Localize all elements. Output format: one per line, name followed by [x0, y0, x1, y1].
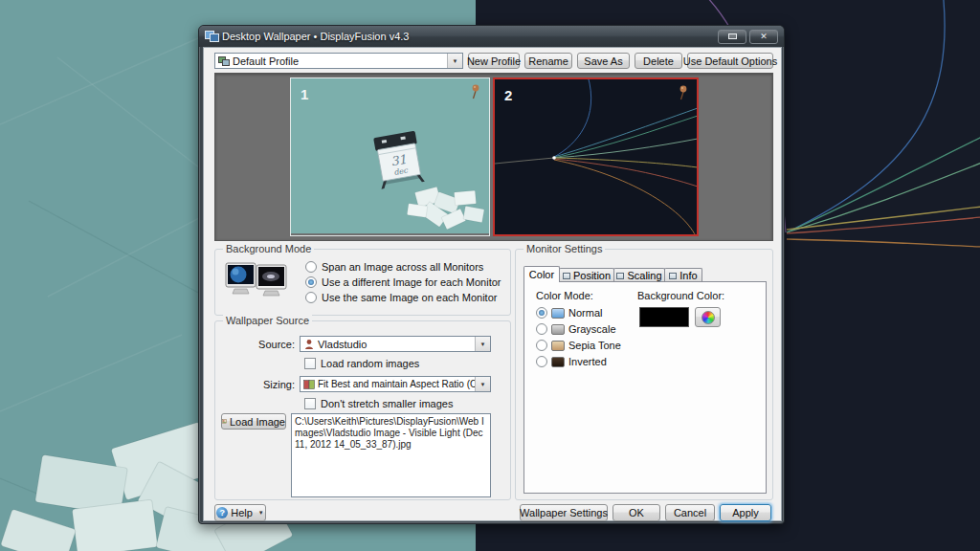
- radio-checked[interactable]: [305, 276, 317, 288]
- window-title: Desktop Wallpaper • DisplayFusion v4.3: [222, 31, 409, 42]
- inverted-label: Inverted: [568, 356, 607, 367]
- image-path-textbox[interactable]: C:\Users\Keith\Pictures\DisplayFusion\We…: [291, 413, 491, 497]
- footer-buttons: Wallpaper Settings OK Cancel Apply: [520, 504, 771, 521]
- sepia-mode-icon: [551, 341, 565, 351]
- sizing-mode-icon: [303, 379, 315, 390]
- sepia-label: Sepia Tone: [568, 340, 621, 351]
- scaling-tab-icon: [616, 273, 624, 279]
- dual-monitors-icon: [225, 261, 288, 305]
- monitor-2-preview[interactable]: 2: [493, 77, 699, 236]
- tab-info-label: Info: [679, 270, 697, 281]
- image-icon: [222, 416, 227, 427]
- color-mode-label: Color Mode:: [536, 290, 593, 301]
- chevron-down-icon[interactable]: ▼: [475, 337, 490, 351]
- close-button[interactable]: ✕: [749, 30, 778, 44]
- span-image-option[interactable]: Span an Image across all Monitors: [305, 261, 483, 273]
- wallpaper-source-groupbox: Wallpaper Source Source: Vladstudio ▼ Lo…: [214, 320, 511, 500]
- radio-unchecked[interactable]: [305, 261, 317, 273]
- window-icon: [728, 33, 737, 39]
- radio-unchecked[interactable]: [536, 340, 547, 351]
- profile-icon: [218, 55, 230, 67]
- load-random-images-option[interactable]: Load random images: [304, 358, 419, 369]
- displayfusion-app-icon: [205, 31, 217, 42]
- color-mode-sepia-option[interactable]: Sepia Tone: [536, 340, 621, 351]
- new-profile-button[interactable]: New Profile: [468, 53, 520, 69]
- delete-button[interactable]: Delete: [635, 53, 682, 69]
- checkbox-unchecked[interactable]: [304, 358, 316, 369]
- monitor-settings-title: Monitor Settings: [523, 243, 605, 254]
- tab-scaling[interactable]: Scaling: [613, 268, 665, 282]
- rename-button[interactable]: Rename: [524, 53, 572, 69]
- chevron-down-icon[interactable]: ▼: [447, 54, 462, 68]
- tab-scaling-label: Scaling: [627, 270, 661, 281]
- wallpaper-source-title: Wallpaper Source: [223, 315, 312, 326]
- same-image-option[interactable]: Use the same Image on each Monitor: [305, 292, 497, 303]
- normal-label: Normal: [568, 307, 602, 319]
- source-combobox[interactable]: Vladstudio ▼: [300, 336, 491, 352]
- radio-checked[interactable]: [536, 307, 547, 319]
- desktop: Desktop Wallpaper • DisplayFusion v4.3 ✕…: [0, 0, 980, 551]
- monitor-1-preview[interactable]: 31 dec 1: [290, 77, 490, 236]
- load-image-button[interactable]: Load Image: [221, 413, 286, 430]
- profile-combobox[interactable]: Default Profile ▼: [214, 53, 463, 69]
- info-tab-icon: [669, 273, 677, 279]
- different-image-label: Use a different Image for each Monitor: [322, 276, 501, 288]
- save-as-button[interactable]: Save As: [577, 53, 630, 69]
- titlebar[interactable]: Desktop Wallpaper • DisplayFusion v4.3 ✕: [199, 26, 784, 47]
- load-image-label: Load Image: [230, 416, 285, 428]
- ok-button[interactable]: OK: [612, 504, 660, 521]
- displayfusion-dialog: Desktop Wallpaper • DisplayFusion v4.3 ✕…: [198, 25, 785, 524]
- sizing-value: Fit Best and maintain Aspect Ratio (Clip…: [315, 379, 475, 389]
- inverted-mode-icon: [551, 357, 565, 367]
- dont-stretch-option[interactable]: Don't stretch smaller images: [304, 398, 453, 409]
- monitor-1-number: 1: [301, 86, 308, 102]
- source-value: Vladstudio: [315, 339, 475, 350]
- cancel-button[interactable]: Cancel: [665, 504, 715, 521]
- background-color-swatch[interactable]: [639, 307, 689, 327]
- checkbox-unchecked[interactable]: [304, 398, 316, 409]
- background-color-label: Background Color:: [637, 290, 724, 301]
- light-focus-dot: [552, 156, 556, 160]
- position-tab-icon: [563, 273, 570, 279]
- wallpaper-settings-button[interactable]: Wallpaper Settings: [520, 504, 608, 521]
- help-button[interactable]: ? Help ▼: [214, 504, 266, 521]
- use-default-options-button[interactable]: Use Default Options: [687, 53, 773, 69]
- monitor-settings-groupbox: Monitor Settings Color Position Scaling: [515, 249, 773, 500]
- sizing-label: Sizing:: [242, 379, 295, 390]
- radio-unchecked[interactable]: [305, 292, 317, 303]
- span-image-label: Span an Image across all Monitors: [322, 261, 483, 273]
- color-tab-panel: Color Mode: Normal Grayscale S: [523, 281, 767, 494]
- radio-unchecked[interactable]: [536, 356, 547, 367]
- chevron-down-icon: ▼: [258, 510, 264, 516]
- grayscale-label: Grayscale: [568, 323, 616, 335]
- color-picker-button[interactable]: [695, 307, 721, 327]
- profile-bar: Default Profile ▼ New Profile Rename Sav…: [214, 53, 773, 69]
- color-mode-normal-option[interactable]: Normal: [536, 307, 602, 319]
- radio-unchecked[interactable]: [536, 323, 547, 335]
- close-icon: ✕: [760, 32, 768, 41]
- sizing-combobox[interactable]: Fit Best and maintain Aspect Ratio (Clip…: [300, 376, 491, 392]
- tab-position[interactable]: Position: [559, 268, 614, 282]
- tab-color[interactable]: Color: [523, 266, 560, 282]
- titlebar-window-button[interactable]: [718, 30, 746, 44]
- monitor-2-number: 2: [504, 87, 512, 103]
- tab-info[interactable]: Info: [664, 268, 702, 282]
- tab-color-label: Color: [529, 269, 554, 280]
- profile-combobox-value: Default Profile: [230, 55, 447, 67]
- normal-mode-icon: [551, 308, 565, 319]
- background-mode-groupbox: Background Mode Span an Image across all…: [214, 249, 511, 316]
- apply-button[interactable]: Apply: [720, 504, 771, 521]
- grayscale-mode-icon: [551, 324, 565, 335]
- background-mode-title: Background Mode: [223, 243, 314, 254]
- same-image-label: Use the same Image on each Monitor: [322, 292, 497, 303]
- different-image-option[interactable]: Use a different Image for each Monitor: [305, 276, 501, 288]
- chevron-down-icon[interactable]: ▼: [475, 377, 490, 391]
- color-wheel-icon: [702, 311, 715, 324]
- monitor-preview-panel: 31 dec 1: [214, 73, 773, 241]
- color-mode-grayscale-option[interactable]: Grayscale: [536, 323, 616, 335]
- help-label: Help: [231, 507, 253, 518]
- color-mode-inverted-option[interactable]: Inverted: [536, 356, 607, 367]
- dialog-body: Default Profile ▼ New Profile Rename Sav…: [203, 47, 782, 521]
- load-random-label: Load random images: [321, 358, 419, 369]
- source-label: Source:: [242, 339, 295, 350]
